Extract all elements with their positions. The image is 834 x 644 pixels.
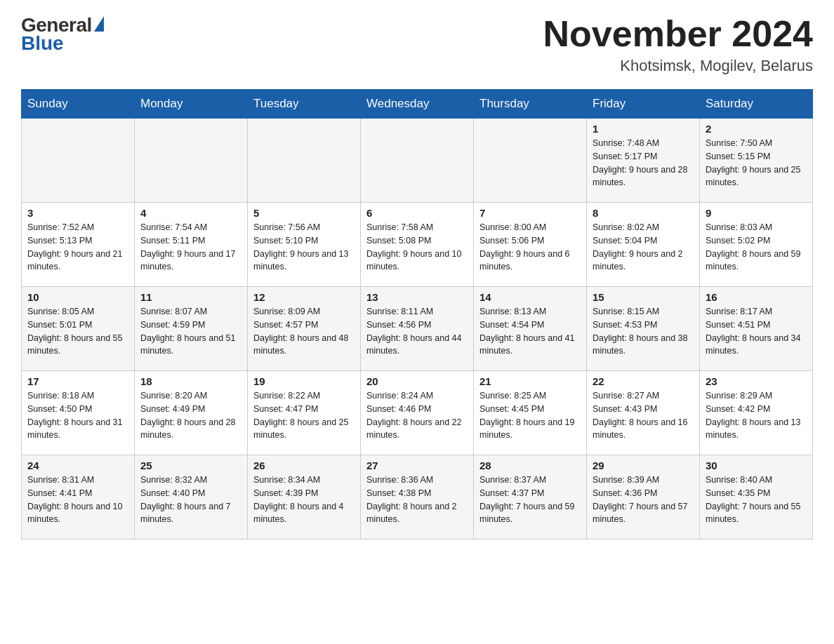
calendar-cell: 2Sunrise: 7:50 AM Sunset: 5:15 PM Daylig…: [700, 119, 813, 203]
logo: General Blue: [21, 14, 104, 55]
day-info: Sunrise: 8:20 AM Sunset: 4:49 PM Dayligh…: [140, 389, 241, 442]
day-number: 20: [366, 375, 468, 387]
day-number: 19: [253, 375, 355, 387]
calendar-cell: 17Sunrise: 8:18 AM Sunset: 4:50 PM Dayli…: [22, 371, 135, 455]
day-info: Sunrise: 8:18 AM Sunset: 4:50 PM Dayligh…: [27, 389, 128, 442]
calendar-week-row: 1Sunrise: 7:48 AM Sunset: 5:17 PM Daylig…: [22, 119, 813, 203]
day-info: Sunrise: 8:03 AM Sunset: 5:02 PM Dayligh…: [706, 221, 807, 274]
day-info: Sunrise: 8:17 AM Sunset: 4:51 PM Dayligh…: [706, 305, 807, 358]
day-info: Sunrise: 8:05 AM Sunset: 5:01 PM Dayligh…: [27, 305, 128, 358]
calendar-cell: 6Sunrise: 7:58 AM Sunset: 5:08 PM Daylig…: [361, 203, 474, 287]
day-number: 26: [253, 459, 355, 471]
calendar-cell: 21Sunrise: 8:25 AM Sunset: 4:45 PM Dayli…: [474, 371, 587, 455]
calendar-cell: 7Sunrise: 8:00 AM Sunset: 5:06 PM Daylig…: [474, 203, 587, 287]
day-info: Sunrise: 8:24 AM Sunset: 4:46 PM Dayligh…: [366, 389, 468, 442]
calendar-cell: [22, 119, 135, 203]
day-info: Sunrise: 8:11 AM Sunset: 4:56 PM Dayligh…: [366, 305, 468, 358]
day-number: 7: [479, 207, 581, 219]
day-info: Sunrise: 8:13 AM Sunset: 4:54 PM Dayligh…: [479, 305, 581, 358]
day-number: 27: [366, 459, 468, 471]
day-info: Sunrise: 8:25 AM Sunset: 4:45 PM Dayligh…: [479, 389, 581, 442]
calendar-cell: 30Sunrise: 8:40 AM Sunset: 4:35 PM Dayli…: [700, 455, 813, 539]
day-number: 28: [479, 459, 581, 471]
day-info: Sunrise: 8:15 AM Sunset: 4:53 PM Dayligh…: [593, 305, 694, 358]
day-number: 6: [366, 207, 468, 219]
day-info: Sunrise: 8:00 AM Sunset: 5:06 PM Dayligh…: [479, 221, 581, 274]
day-info: Sunrise: 8:32 AM Sunset: 4:40 PM Dayligh…: [140, 474, 241, 526]
day-number: 12: [253, 291, 355, 303]
location-subtitle: Khotsimsk, Mogilev, Belarus: [543, 57, 813, 75]
day-number: 5: [253, 207, 355, 219]
day-info: Sunrise: 7:56 AM Sunset: 5:10 PM Dayligh…: [253, 221, 355, 274]
weekday-header-saturday: Saturday: [700, 90, 813, 119]
day-info: Sunrise: 7:48 AM Sunset: 5:17 PM Dayligh…: [593, 137, 694, 189]
day-number: 25: [140, 459, 241, 471]
day-info: Sunrise: 8:31 AM Sunset: 4:41 PM Dayligh…: [27, 474, 128, 526]
calendar-cell: [361, 119, 474, 203]
day-info: Sunrise: 8:39 AM Sunset: 4:36 PM Dayligh…: [593, 474, 694, 526]
calendar-cell: [474, 119, 587, 203]
weekday-header-monday: Monday: [135, 90, 248, 119]
calendar-cell: 10Sunrise: 8:05 AM Sunset: 5:01 PM Dayli…: [22, 287, 135, 371]
month-title: November 2024: [543, 14, 813, 54]
calendar-cell: 22Sunrise: 8:27 AM Sunset: 4:43 PM Dayli…: [587, 371, 700, 455]
day-info: Sunrise: 8:07 AM Sunset: 4:59 PM Dayligh…: [140, 305, 241, 358]
calendar-cell: [135, 119, 248, 203]
day-info: Sunrise: 8:22 AM Sunset: 4:47 PM Dayligh…: [253, 389, 355, 442]
calendar-cell: 4Sunrise: 7:54 AM Sunset: 5:11 PM Daylig…: [135, 203, 248, 287]
day-number: 29: [593, 459, 694, 471]
calendar-cell: 13Sunrise: 8:11 AM Sunset: 4:56 PM Dayli…: [361, 287, 474, 371]
day-number: 2: [706, 123, 807, 135]
calendar-cell: 25Sunrise: 8:32 AM Sunset: 4:40 PM Dayli…: [135, 455, 248, 539]
day-number: 11: [140, 291, 241, 303]
calendar-cell: 1Sunrise: 7:48 AM Sunset: 5:17 PM Daylig…: [587, 119, 700, 203]
day-number: 17: [27, 375, 128, 387]
calendar-cell: 20Sunrise: 8:24 AM Sunset: 4:46 PM Dayli…: [361, 371, 474, 455]
calendar-cell: 8Sunrise: 8:02 AM Sunset: 5:04 PM Daylig…: [587, 203, 700, 287]
calendar-cell: 11Sunrise: 8:07 AM Sunset: 4:59 PM Dayli…: [135, 287, 248, 371]
weekday-header-thursday: Thursday: [474, 90, 587, 119]
logo-blue-text: Blue: [21, 32, 64, 55]
day-number: 24: [27, 459, 128, 471]
calendar-cell: 14Sunrise: 8:13 AM Sunset: 4:54 PM Dayli…: [474, 287, 587, 371]
calendar-week-row: 24Sunrise: 8:31 AM Sunset: 4:41 PM Dayli…: [22, 455, 813, 539]
day-number: 15: [593, 291, 694, 303]
weekday-header-sunday: Sunday: [22, 90, 135, 119]
calendar-week-row: 17Sunrise: 8:18 AM Sunset: 4:50 PM Dayli…: [22, 371, 813, 455]
calendar-cell: 29Sunrise: 8:39 AM Sunset: 4:36 PM Dayli…: [587, 455, 700, 539]
day-number: 10: [27, 291, 128, 303]
day-number: 30: [706, 459, 807, 471]
calendar-cell: 12Sunrise: 8:09 AM Sunset: 4:57 PM Dayli…: [248, 287, 361, 371]
calendar-table: SundayMondayTuesdayWednesdayThursdayFrid…: [21, 89, 813, 539]
day-number: 14: [479, 291, 581, 303]
day-number: 18: [140, 375, 241, 387]
day-number: 16: [706, 291, 807, 303]
calendar-cell: 5Sunrise: 7:56 AM Sunset: 5:10 PM Daylig…: [248, 203, 361, 287]
calendar-week-row: 10Sunrise: 8:05 AM Sunset: 5:01 PM Dayli…: [22, 287, 813, 371]
day-info: Sunrise: 7:50 AM Sunset: 5:15 PM Dayligh…: [706, 137, 807, 189]
weekday-header-wednesday: Wednesday: [361, 90, 474, 119]
day-number: 3: [27, 207, 128, 219]
calendar-cell: 18Sunrise: 8:20 AM Sunset: 4:49 PM Dayli…: [135, 371, 248, 455]
day-number: 1: [593, 123, 694, 135]
logo-triangle-icon: [94, 16, 104, 32]
calendar-cell: 15Sunrise: 8:15 AM Sunset: 4:53 PM Dayli…: [587, 287, 700, 371]
day-number: 22: [593, 375, 694, 387]
day-info: Sunrise: 8:34 AM Sunset: 4:39 PM Dayligh…: [253, 474, 355, 526]
day-info: Sunrise: 8:37 AM Sunset: 4:37 PM Dayligh…: [479, 474, 581, 526]
calendar-cell: 24Sunrise: 8:31 AM Sunset: 4:41 PM Dayli…: [22, 455, 135, 539]
day-number: 4: [140, 207, 241, 219]
day-number: 13: [366, 291, 468, 303]
calendar-cell: 23Sunrise: 8:29 AM Sunset: 4:42 PM Dayli…: [700, 371, 813, 455]
page-header: General Blue November 2024 Khotsimsk, Mo…: [21, 14, 813, 75]
day-info: Sunrise: 7:54 AM Sunset: 5:11 PM Dayligh…: [140, 221, 241, 274]
day-info: Sunrise: 8:40 AM Sunset: 4:35 PM Dayligh…: [706, 474, 807, 526]
calendar-cell: 27Sunrise: 8:36 AM Sunset: 4:38 PM Dayli…: [361, 455, 474, 539]
weekday-header-friday: Friday: [587, 90, 700, 119]
day-info: Sunrise: 8:29 AM Sunset: 4:42 PM Dayligh…: [706, 389, 807, 442]
calendar-cell: 3Sunrise: 7:52 AM Sunset: 5:13 PM Daylig…: [22, 203, 135, 287]
day-info: Sunrise: 8:36 AM Sunset: 4:38 PM Dayligh…: [366, 474, 468, 526]
day-info: Sunrise: 8:27 AM Sunset: 4:43 PM Dayligh…: [593, 389, 694, 442]
weekday-header-tuesday: Tuesday: [248, 90, 361, 119]
day-number: 21: [479, 375, 581, 387]
